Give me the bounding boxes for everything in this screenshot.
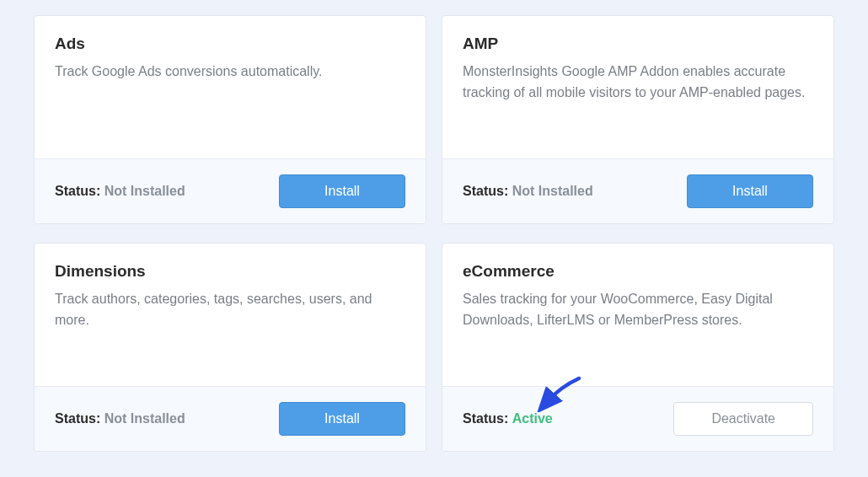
card-footer: Status: Active Deactivate <box>442 386 833 451</box>
deactivate-button[interactable]: Deactivate <box>673 402 813 436</box>
card-description: Track authors, categories, tags, searche… <box>55 289 405 331</box>
card-description: Track Google Ads conversions automatical… <box>55 62 405 83</box>
card-title: Dimensions <box>55 262 405 281</box>
addon-card-ads: Ads Track Google Ads conversions automat… <box>34 15 426 224</box>
card-body: eCommerce Sales tracking for your WooCom… <box>442 244 833 386</box>
status-value: Not Installed <box>104 184 185 198</box>
addon-card-amp: AMP MonsterInsights Google AMP Addon ena… <box>442 15 834 224</box>
status-label: Status: <box>55 411 100 426</box>
install-button[interactable]: Install <box>279 174 405 208</box>
status-value: Active <box>512 411 553 426</box>
card-footer: Status: Not Installed Install <box>35 158 426 223</box>
status-text: Status: Not Installed <box>55 411 185 426</box>
card-title: eCommerce <box>463 262 813 281</box>
card-body: Ads Track Google Ads conversions automat… <box>35 16 426 158</box>
addon-card-ecommerce: eCommerce Sales tracking for your WooCom… <box>442 243 834 452</box>
card-footer: Status: Not Installed Install <box>442 158 833 223</box>
card-body: Dimensions Track authors, categories, ta… <box>35 244 426 386</box>
addon-card-dimensions: Dimensions Track authors, categories, ta… <box>34 243 426 452</box>
status-text: Status: Active <box>463 411 553 426</box>
card-footer: Status: Not Installed Install <box>35 386 426 451</box>
status-label: Status: <box>463 411 508 426</box>
addon-grid: Ads Track Google Ads conversions automat… <box>34 15 834 452</box>
status-text: Status: Not Installed <box>55 184 185 199</box>
card-title: Ads <box>55 35 405 53</box>
card-description: Sales tracking for your WooCommerce, Eas… <box>463 289 813 331</box>
status-value: Not Installed <box>104 411 185 426</box>
install-button[interactable]: Install <box>279 402 405 436</box>
status-label: Status: <box>463 184 508 198</box>
status-label: Status: <box>55 184 100 198</box>
install-button[interactable]: Install <box>687 174 813 208</box>
card-body: AMP MonsterInsights Google AMP Addon ena… <box>442 16 833 158</box>
status-text: Status: Not Installed <box>463 184 593 199</box>
card-description: MonsterInsights Google AMP Addon enables… <box>463 62 813 104</box>
status-value: Not Installed <box>512 184 593 198</box>
card-title: AMP <box>463 35 813 53</box>
